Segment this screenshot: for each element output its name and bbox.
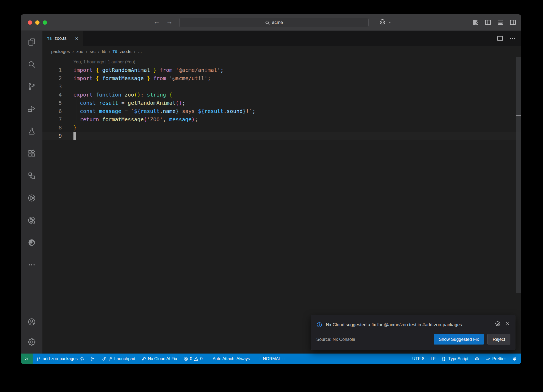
git-branch-icon (36, 356, 41, 361)
wrench-icon (142, 356, 146, 361)
status-vim-mode[interactable]: -- NORMAL -- (256, 354, 288, 364)
code-line-6[interactable]: 6 const message = `${result.name} says $… (42, 107, 521, 115)
files-icon (28, 38, 36, 46)
search-icon (28, 60, 36, 68)
layout-grid-icon[interactable] (472, 19, 479, 26)
traffic-lights (28, 20, 47, 25)
back-icon[interactable]: ← (152, 18, 161, 25)
ellipsis-icon[interactable] (509, 35, 516, 42)
code-text (62, 82, 521, 91)
remote-icon (24, 356, 29, 361)
tab-bar: TS zoo.ts × (42, 31, 521, 46)
cloud-upload-icon (79, 356, 84, 361)
copilot-menu[interactable] (379, 18, 392, 26)
status-auto-attach[interactable]: Auto Attach: Always (209, 354, 253, 364)
status-launchpad[interactable]: Launchpad (98, 354, 138, 364)
sidebar-item-testing[interactable] (21, 120, 42, 142)
breadcrumb-folder[interactable]: lib (102, 49, 106, 54)
editor-scrollbar[interactable] (516, 57, 521, 293)
breadcrumb-folder[interactable]: zoo (76, 49, 84, 54)
layout-sidebar-right-icon[interactable] (509, 19, 517, 26)
status-branch[interactable]: add-zoo-packages (33, 354, 87, 364)
sidebar-item-settings[interactable] (21, 332, 42, 352)
breadcrumb-file[interactable]: zoo.ts (120, 49, 131, 54)
status-copilot[interactable] (471, 354, 483, 364)
breadcrumb-folder[interactable]: packages (51, 49, 70, 54)
notification-settings-button[interactable] (495, 321, 501, 326)
sidebar-item-project-graph[interactable] (21, 187, 42, 209)
sidebar-item-graph-details[interactable] (21, 209, 42, 231)
line-number: 6 (42, 107, 62, 115)
code-text: const result = getRandomAnimal(); (62, 99, 521, 107)
info-circle-icon (316, 322, 322, 328)
code-line-4[interactable]: 4export function zoo(): string { (42, 91, 521, 99)
breadcrumb-folder[interactable]: src (90, 49, 95, 54)
graph-search-icon (28, 216, 36, 224)
sidebar-item-nx-console[interactable] (21, 164, 42, 187)
status-source-control-graph[interactable] (87, 354, 98, 364)
close-tab-icon[interactable]: × (75, 35, 78, 42)
sidebar-item-accounts[interactable] (21, 312, 42, 332)
sidebar-item-edge-tools[interactable] (21, 231, 42, 254)
sidebar-item-search[interactable] (21, 53, 42, 75)
status-remote[interactable] (21, 354, 33, 364)
sidebar-item-run-debug[interactable] (21, 98, 42, 120)
reject-button[interactable]: Reject (487, 334, 510, 345)
line-number: 9 (42, 132, 62, 140)
git-branch-icon (28, 82, 36, 91)
status-prettier[interactable]: Prettier (483, 354, 509, 364)
status-language[interactable]: {}TypeScript (439, 354, 472, 364)
notification-close-button[interactable] (505, 321, 510, 326)
layout-panel-icon[interactable] (497, 19, 504, 26)
show-suggested-fix-button[interactable]: Show Suggested Fix (434, 334, 484, 345)
forward-icon[interactable]: → (165, 18, 174, 25)
status-label: TypeScript (448, 356, 468, 361)
code-line-9[interactable]: 9 (42, 132, 521, 140)
status-eol[interactable]: LF (427, 354, 439, 364)
code-editor[interactable]: You, 1 hour ago | 1 author (You) 1import… (42, 57, 521, 354)
code-text: import { getRandomAnimal } from '@acme/a… (62, 66, 521, 74)
zoom-window-button[interactable] (43, 20, 47, 25)
status-nx-cloud-ai-fix[interactable]: Nx Cloud AI Fix (138, 354, 180, 364)
status-bar: add-zoo-packagesLaunchpadNx Cloud AI Fix… (21, 354, 521, 364)
minimize-window-button[interactable] (35, 20, 40, 25)
layout-sidebar-left-icon[interactable] (484, 19, 492, 26)
nx-console-icon (28, 172, 36, 180)
code-line-1[interactable]: 1import { getRandomAnimal } from '@acme/… (42, 66, 521, 74)
code-line-2[interactable]: 2import { formatMessage } from '@acme/ut… (42, 74, 521, 82)
check-double-icon (486, 356, 491, 361)
status-notifications[interactable] (509, 354, 521, 364)
code-line-7[interactable]: 7 return formatMessage('ZOO', message); (42, 115, 521, 124)
status-encoding[interactable]: UTF-8 (409, 354, 427, 364)
sidebar-item-explorer[interactable] (21, 31, 42, 53)
layout-controls (472, 19, 517, 26)
sidebar-item-source-control[interactable] (21, 75, 42, 98)
code-text: } (62, 124, 521, 132)
breadcrumb-separator: › (98, 49, 99, 54)
line-number: 4 (42, 91, 62, 99)
overview-ruler-cursor-mark (516, 115, 521, 116)
status-label: 0 (190, 356, 192, 361)
git-blame-annotation: You, 1 hour ago | 1 author (You) (42, 58, 521, 66)
code-line-8[interactable]: 8} (42, 124, 521, 132)
code-line-5[interactable]: 5 const result = getRandomAnimal(); (42, 99, 521, 107)
sidebar-item-extensions[interactable] (21, 142, 42, 164)
code-text: import { formatMessage } from '@acme/uti… (62, 74, 521, 82)
line-number: 8 (42, 124, 62, 132)
graph-circle-icon (28, 194, 36, 202)
close-window-button[interactable] (28, 20, 32, 25)
line-number: 7 (42, 115, 62, 124)
typescript-file-icon: TS (113, 50, 117, 54)
command-center-search[interactable]: acme (179, 18, 369, 27)
code-line-3[interactable]: 3 (42, 82, 521, 91)
extensions-icon (28, 149, 36, 158)
sidebar-item-more[interactable] (21, 254, 42, 276)
tab-label: zoo.ts (55, 36, 67, 41)
breadcrumb-more[interactable]: … (138, 49, 142, 54)
tab-zoo-ts[interactable]: TS zoo.ts × (42, 31, 83, 46)
notification-toast: Nx Cloud suggested a fix for @acme/zoo:t… (311, 315, 515, 350)
breadcrumb: packages›zoo›src›lib›TSzoo.ts›… (42, 46, 521, 57)
status-problems[interactable]: 00 (180, 354, 206, 364)
split-editor-icon[interactable] (497, 35, 503, 42)
activity-bar-bottom (21, 312, 42, 354)
